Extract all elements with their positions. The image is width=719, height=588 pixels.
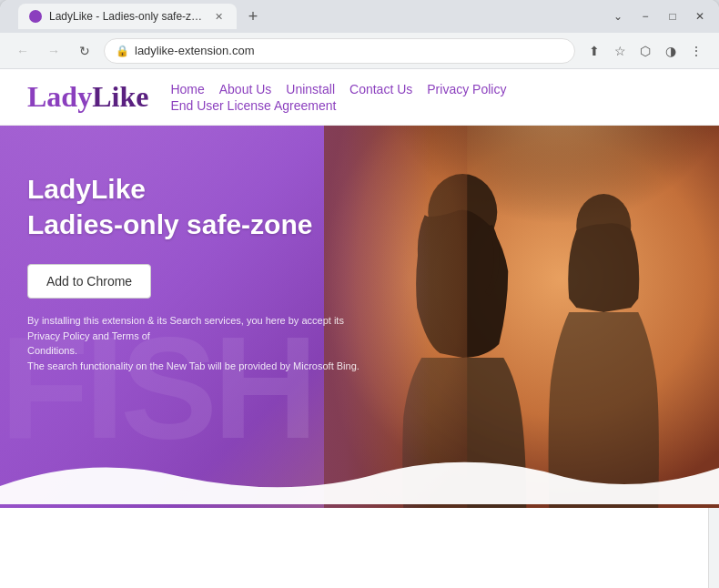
nav-contact[interactable]: Contact Us	[349, 82, 412, 96]
site-header: LadyLike Home About Us Uninstall Contact…	[0, 69, 719, 126]
url-text: ladylike-extension.com	[135, 44, 255, 57]
lock-icon: 🔒	[116, 45, 129, 57]
nav-home[interactable]: Home	[170, 82, 204, 96]
logo-text: Lady	[27, 80, 92, 113]
share-button[interactable]: ⬆	[582, 39, 606, 63]
hero-title: LadyLike Ladies-only safe-zone	[27, 171, 373, 242]
toolbar-right: ⬆ ☆ ⬡ ◑ ⋮	[582, 39, 708, 63]
back-button[interactable]: ←	[11, 39, 35, 63]
url-bar[interactable]: 🔒 ladylike-extension.com	[104, 38, 575, 64]
refresh-button[interactable]: ↻	[73, 39, 96, 63]
close-button[interactable]: ✕	[688, 5, 712, 28]
disclaimer-text-2: Conditions.	[27, 345, 77, 356]
site-nav: Home About Us Uninstall Contact Us Priva…	[170, 82, 506, 113]
nav-row-1: Home About Us Uninstall Contact Us Priva…	[170, 82, 506, 96]
hero-content: LadyLike Ladies-only safe-zone Add to Ch…	[27, 171, 373, 373]
extensions-button[interactable]: ⬡	[633, 39, 657, 63]
address-bar: ← → ↻ 🔒 ladylike-extension.com ⬆ ☆ ⬡ ◑ ⋮	[0, 33, 719, 69]
minimize-button[interactable]: −	[633, 5, 657, 28]
bookmark-button[interactable]: ☆	[608, 39, 632, 63]
site-logo[interactable]: LadyLike	[27, 80, 148, 114]
chevron-down-button[interactable]: ⌄	[606, 5, 630, 28]
nav-about[interactable]: About Us	[219, 82, 272, 96]
nav-eula[interactable]: End User License Agreement	[170, 98, 336, 113]
nav-row-2: End User License Agreement	[170, 98, 506, 113]
forward-button[interactable]: →	[42, 39, 66, 63]
hero-title-line2: Ladies-only safe-zone	[27, 209, 312, 239]
window-buttons: ⌄ − □ ✕	[606, 5, 712, 28]
hero-disclaimer: By installing this extension & its Searc…	[27, 313, 373, 373]
add-to-chrome-button[interactable]: Add to Chrome	[27, 264, 151, 299]
disclaimer-text-1: By installing this extension & its Searc…	[27, 315, 344, 341]
hero-wave	[0, 450, 719, 508]
hero-title-line1: LadyLike	[27, 174, 146, 204]
logo-text-like: Like	[92, 80, 148, 113]
disclaimer-text-3: The search functionality on the New Tab …	[27, 360, 360, 371]
tab-favicon	[29, 10, 42, 23]
maximize-button[interactable]: □	[661, 5, 684, 28]
webpage: LadyLike Home About Us Uninstall Contact…	[0, 69, 719, 588]
tab-title: LadyLike - Ladies-only safe-zone	[49, 10, 204, 23]
browser-window: LadyLike - Ladies-only safe-zone ✕ + ⌄ −…	[0, 0, 719, 588]
title-bar: LadyLike - Ladies-only safe-zone ✕ + ⌄ −…	[0, 0, 719, 33]
tab-bar: LadyLike - Ladies-only safe-zone ✕ +	[11, 4, 603, 29]
tab-close-button[interactable]: ✕	[211, 9, 226, 24]
menu-button[interactable]: ⋮	[684, 39, 708, 63]
profile-button[interactable]: ◑	[659, 39, 683, 63]
nav-privacy[interactable]: Privacy Policy	[427, 82, 506, 96]
nav-uninstall[interactable]: Uninstall	[286, 82, 335, 96]
active-tab[interactable]: LadyLike - Ladies-only safe-zone ✕	[18, 4, 237, 29]
hero-section: FISH LadyLike Ladies-only safe-zone Add …	[0, 126, 719, 508]
new-tab-button[interactable]: +	[240, 4, 266, 29]
